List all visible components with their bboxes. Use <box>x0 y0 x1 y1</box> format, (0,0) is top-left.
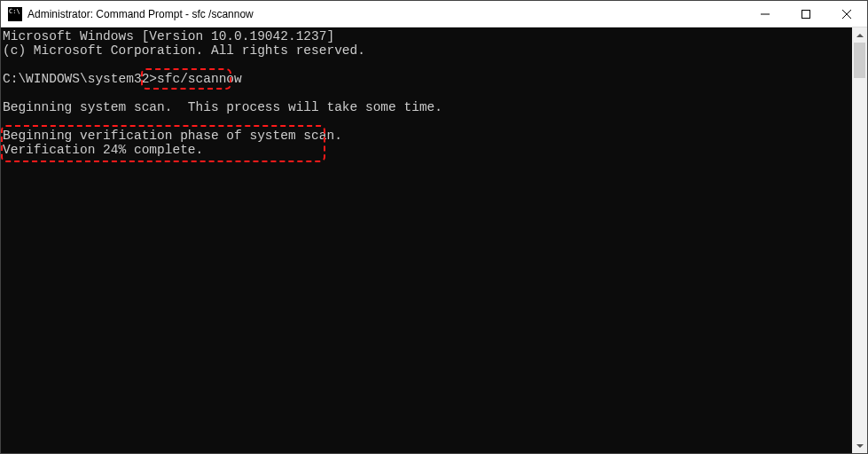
svg-marker-5 <box>856 444 864 448</box>
close-button[interactable] <box>826 1 867 27</box>
titlebar[interactable]: Administrator: Command Prompt - sfc /sca… <box>1 1 867 27</box>
terminal-output[interactable]: Microsoft Windows [Version 10.0.19042.12… <box>1 27 852 453</box>
scrollbar-track[interactable] <box>852 43 867 438</box>
chevron-up-icon <box>856 34 864 37</box>
window-title: Administrator: Command Prompt - sfc /sca… <box>27 8 745 20</box>
prompt-path: C:\WINDOWS\system32> <box>3 72 157 86</box>
verification-phase-line: Beginning verification phase of system s… <box>3 129 342 143</box>
command-prompt-window: Administrator: Command Prompt - sfc /sca… <box>0 0 868 454</box>
scroll-down-button[interactable] <box>852 438 867 453</box>
scroll-up-button[interactable] <box>852 27 867 43</box>
chevron-down-icon <box>856 444 864 448</box>
copyright-line: (c) Microsoft Corporation. All rights re… <box>3 43 365 58</box>
prompt-line: C:\WINDOWS\system32>sfc/scannow <box>3 72 242 86</box>
maximize-icon <box>802 10 810 19</box>
svg-marker-4 <box>856 34 864 37</box>
minimize-button[interactable] <box>745 1 786 27</box>
minimize-icon <box>761 10 770 19</box>
scrollbar-thumb[interactable] <box>854 43 865 78</box>
scan-begin-line: Beginning system scan. This process will… <box>3 100 442 114</box>
os-version-line: Microsoft Windows [Version 10.0.19042.12… <box>3 29 334 43</box>
entered-command: sfc/scannow <box>157 72 242 86</box>
svg-rect-1 <box>802 10 810 18</box>
cmd-icon <box>8 7 22 21</box>
vertical-scrollbar[interactable] <box>852 27 867 453</box>
verification-progress-line: Verification 24% complete. <box>3 143 203 157</box>
close-icon <box>842 10 851 19</box>
maximize-button[interactable] <box>786 1 826 27</box>
window-controls <box>745 1 867 27</box>
